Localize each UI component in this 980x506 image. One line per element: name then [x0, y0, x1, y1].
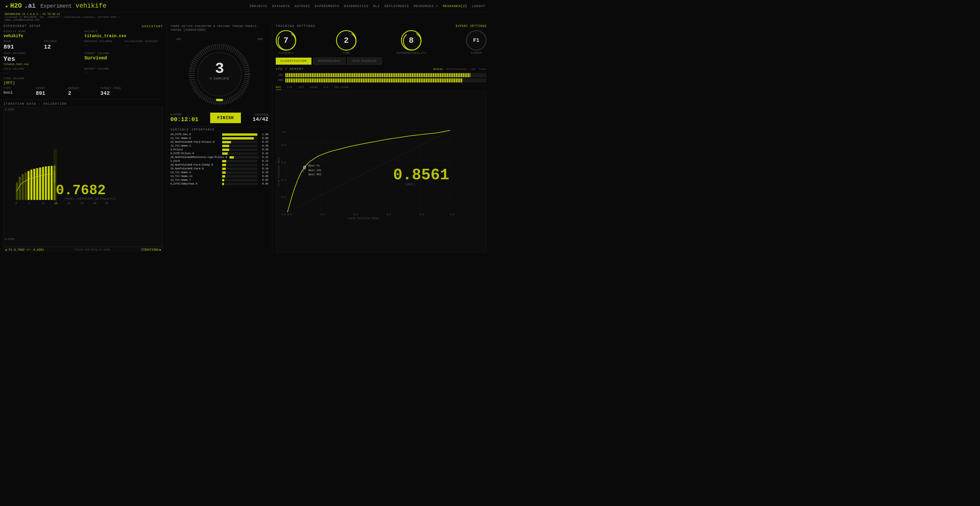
tab-notifications[interactable]: Notifications — [446, 68, 467, 71]
drag-text: Click and drag to zoom — [75, 248, 110, 251]
training-title: TRAINING SETTINGS — [276, 25, 315, 28]
cpu-bar-row: CPU — [276, 73, 487, 77]
nav-logout[interactable]: LOGOUT — [472, 5, 485, 8]
svg-rect-13 — [25, 173, 27, 200]
tab-lift[interactable]: LIFT — [298, 86, 304, 90]
target-freq-field: TARGET FREQ 342 — [100, 87, 131, 96]
f1-info: ▲ F1 0.7682 +/- 0.0301 — [5, 248, 44, 252]
dataset-value: titanic_train.csv — [84, 33, 163, 38]
nav-autoviz[interactable]: AUTOVIZ — [294, 5, 310, 8]
mem-bar-fill — [285, 78, 463, 82]
var-name: 1_Fare — [170, 160, 220, 163]
svg-text:0.0: 0.0 — [281, 213, 286, 216]
accuracy-knob-circle[interactable]: 7 — [276, 30, 296, 51]
fold-column-field: FOLD COLUMN -- — [3, 68, 82, 75]
variable-list-item: 13_Txt:Name.0 0.90 — [170, 137, 269, 140]
tab-trace[interactable]: Trace — [479, 68, 487, 71]
tab-roc[interactable]: ROC — [276, 86, 281, 90]
tab-cpu-usage[interactable]: CPU USAGE — [334, 86, 348, 90]
finish-button[interactable]: FINISH — [210, 113, 240, 123]
svg-text:0.8: 0.8 — [420, 213, 424, 216]
nav-datasets[interactable]: DATASETS — [272, 5, 290, 8]
var-bar — [222, 179, 224, 181]
accuracy-label: ACCURACY — [278, 52, 293, 55]
back-arrow-icon[interactable]: ◂ — [5, 3, 8, 10]
tab-ks[interactable]: K-S — [324, 86, 328, 90]
validation-field: VALIDATION DATASET -- — [124, 40, 163, 50]
variable-list-item: 16_NumToCatWoE:Fare:SibSp.0 0.11 — [170, 163, 269, 167]
nav-resources[interactable]: RESOURCES ▾ — [414, 4, 438, 8]
classification-button[interactable]: CLASSIFICATION — [276, 58, 312, 65]
tab-gains[interactable]: GAINS — [310, 86, 318, 90]
assistant-badge[interactable]: ASSISTANT — [41, 25, 163, 28]
variable-list-item: 3_Pclass 0.20 — [170, 148, 269, 151]
iteration-chart[interactable]: 0.8325 0 5 10 15 20 25 30 35 BUILDING — [3, 107, 163, 247]
var-bar — [229, 156, 234, 159]
var-bar-container — [222, 179, 257, 181]
interpretability-knob-circle[interactable]: 8 — [401, 30, 422, 51]
mem-bar-track — [285, 78, 487, 82]
test-target-row: TEST DATASET Yes titanic_test.csv TARGET… — [3, 52, 163, 66]
nav-links: PROJECTS DATASETS AUTOVIZ EXPERIMENTS DI… — [250, 4, 485, 8]
nav-experiments[interactable]: EXPERIMENTS — [315, 5, 339, 8]
nav-projects[interactable]: PROJECTS — [250, 5, 267, 8]
interpretability-label: INTERPRETABILITY — [396, 52, 426, 55]
var-name: 9_CVTE:Pclass.0 — [170, 152, 220, 155]
time-knob-circle[interactable]: 2 — [336, 30, 356, 51]
roc-tabs: ROC P-R LIFT GAINS K-S CPU USAGE — [276, 86, 487, 90]
roc-section: ROC P-R LIFT GAINS K-S CPU USAGE 0.0 0.2… — [276, 86, 487, 252]
var-bar — [222, 145, 229, 147]
mem-label: MEM — [258, 38, 262, 41]
bar-chart: 0 5 10 15 20 25 30 35 BUILDING — [4, 107, 163, 247]
nav-messages[interactable]: MESSAGES[2] — [443, 5, 468, 8]
tab-log[interactable]: Log — [470, 68, 475, 71]
svg-text:0.4: 0.4 — [353, 213, 358, 216]
reproducible-button[interactable]: REPRODUCIBLE — [313, 58, 346, 65]
test-dataset-sub: titanic_test.csv — [3, 63, 82, 66]
var-value: 0.05 — [259, 182, 269, 186]
svg-rect-16 — [33, 169, 35, 200]
nav-deployments[interactable]: DEPLOYMENTS — [385, 5, 409, 8]
nav-diagnostics[interactable]: DIAGNOSTICS — [344, 5, 369, 8]
svg-text:20: 20 — [67, 202, 70, 205]
var-bar — [222, 175, 225, 178]
weight-column-field: WEIGHT COLUMN -- — [84, 68, 163, 75]
knobs-row: 7 ACCURACY 2 TIME 8 — [276, 30, 487, 55]
gpus-disabled-button[interactable]: GPUS DISABLED — [347, 58, 382, 65]
var-bar — [222, 171, 226, 174]
elapsed-time: 00:12:01 — [170, 116, 199, 123]
var-value: 0.25 — [259, 141, 269, 144]
svg-point-61 — [304, 168, 305, 170]
type-field: TYPE bool — [3, 87, 34, 96]
count-field: COUNT 891 — [36, 87, 66, 96]
svg-text:0: 0 — [15, 202, 17, 205]
svg-text:(Model: XGBOOSTGBM [68 feature: (Model: XGBOOSTGBM [68 features]) — [64, 197, 116, 200]
validation-value: -- — [124, 44, 163, 48]
elapsed-label: ELAPSED — [170, 113, 199, 116]
nav-mli[interactable]: MLI — [373, 5, 380, 8]
tab-pr[interactable]: P-R — [287, 86, 292, 90]
stats-row-1: ROWS 891 COLUMNS 12 DROPPED COLUMNS -- V… — [3, 40, 163, 50]
variable-list-item: 6_CVTE:Embarked.0 0.05 — [170, 182, 269, 186]
variable-list-item: 1_Fare 0.12 — [170, 160, 269, 163]
rows-value: 891 — [3, 44, 42, 50]
var-value: 0.12 — [259, 160, 269, 163]
iterations-button[interactable]: ITERATIONS ▶ — [141, 248, 161, 252]
experiment-setup-header: EXPERIMENT SETUP ASSISTANT — [3, 25, 163, 29]
tab-scores[interactable]: Scores — [433, 68, 442, 71]
var-name: 6_CVTE:Embarked.0 — [170, 182, 220, 186]
var-bar — [222, 141, 231, 143]
stats-row-3: TYPE bool COUNT 891 UNIQUE 2 TARGET FREQ… — [3, 87, 163, 96]
expert-settings-link[interactable]: EXPERT SETTINGS — [456, 25, 487, 28]
var-bar-container — [222, 183, 257, 185]
var-bar-container — [222, 141, 257, 143]
scorer-knob-circle[interactable]: F1 — [466, 30, 487, 51]
var-name: 13_Txt:Name.11 — [170, 175, 220, 178]
svg-text:0.2: 0.2 — [281, 196, 286, 198]
dropped-columns-field: DROPPED COLUMNS -- — [84, 40, 123, 50]
var-name: 19_NumToCatWoE:Fare.0 — [170, 167, 220, 170]
variable-list-item: 13_Txt:Name.7 0.06 — [170, 179, 269, 182]
sub-header: DRIVERLESS AI 1.8.6.3 — AI TO DO AI Lice… — [0, 12, 490, 22]
var-bar — [222, 133, 257, 136]
experiment-fields: DISPLAY NAME vehikife DATASET titanic_tr… — [3, 30, 163, 38]
